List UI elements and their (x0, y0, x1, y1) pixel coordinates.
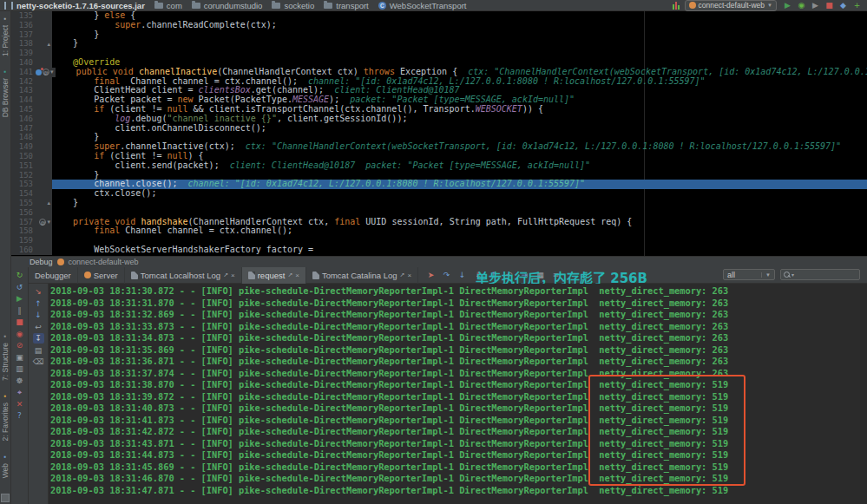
editor-gutter[interactable]: 160 (11, 245, 52, 255)
code-line[interactable]: 157@▾ private void handshake(ChannelHand… (11, 218, 867, 227)
show-execution-point-icon[interactable]: ➤ (425, 270, 437, 280)
breadcrumb-item[interactable]: socketio (272, 1, 314, 10)
code-line[interactable]: 160 WebSocketServerHandshakerFactory fac… (11, 245, 867, 255)
fold-end-icon[interactable]: ▴ (47, 200, 50, 206)
editor-gutter[interactable]: 158 (11, 226, 52, 236)
breadcrumb-item[interactable]: netty-socketio-1.7.16-sources.jar (4, 1, 145, 10)
detach-tab-icon[interactable]: ↗ (223, 272, 228, 278)
code-line[interactable]: 143 ClientHead client = clientsBox.get(c… (11, 86, 867, 95)
editor-gutter[interactable]: 146 (11, 115, 52, 124)
editor-gutter[interactable]: 154 (11, 189, 52, 199)
editor-gutter[interactable]: 136 (11, 21, 52, 30)
stop-button[interactable]: ■ (824, 0, 835, 10)
close-tab-icon[interactable]: × (231, 272, 235, 279)
pin-icon[interactable]: ⌖ (14, 387, 25, 397)
editor-gutter[interactable]: 159 (11, 236, 52, 245)
editor-gutter[interactable]: 148 (11, 133, 52, 142)
breadcrumb-item[interactable]: transport (324, 1, 369, 10)
editor-gutter[interactable]: 138▴ (11, 39, 52, 49)
code-line[interactable]: 148 } (11, 133, 867, 142)
code-line[interactable]: 141@▾ public void channelInactive(Channe… (11, 68, 867, 77)
code-line[interactable]: 155▴ } (11, 199, 867, 208)
editor-gutter[interactable]: 153 (11, 180, 52, 189)
code-line[interactable]: 144 Packet packet = new Packet(PacketTyp… (11, 95, 867, 105)
breadcrumb-item[interactable]: com (154, 1, 182, 10)
code-line[interactable]: 137 } (11, 30, 867, 40)
tab-debugger[interactable]: Debugger (29, 267, 78, 284)
editor-gutter[interactable]: 157@▾ (11, 218, 52, 227)
show-execution-point-icon[interactable]: ↘ (33, 286, 44, 297)
print-icon[interactable]: ▤ (33, 345, 44, 356)
breakpoint-icon[interactable] (36, 69, 42, 75)
editor-gutter[interactable]: 152 (11, 171, 52, 180)
sidebar-item-favorites[interactable]: ▪2: Favorites (1, 393, 10, 441)
toolwindow-switcher-icon[interactable] (1, 494, 10, 502)
soft-wrap-icon[interactable]: ↩ (33, 322, 44, 332)
settings-icon[interactable]: ☸ (14, 376, 25, 386)
override-icon[interactable]: @ (39, 219, 46, 226)
up-stack-trace-icon[interactable]: ↑ (33, 298, 44, 309)
tab-tomcat-localhost-log[interactable]: Tomcat Localhost Log↗× (125, 267, 242, 284)
code-line[interactable]: 140 @Override (11, 58, 867, 68)
restore-layout-icon[interactable]: ▥ (14, 363, 25, 374)
plant-tool-icon[interactable]: + (851, 0, 863, 10)
detach-tab-icon[interactable]: ↗ (400, 272, 405, 278)
stop-icon[interactable]: ■ (14, 317, 25, 327)
step-over-icon[interactable]: ↷ (441, 270, 452, 280)
console-search-input[interactable]: ▾ (780, 269, 860, 280)
code-line[interactable]: 147 client.onChannelDisconnect(); (11, 124, 867, 134)
editor-gutter[interactable]: 147 (11, 124, 52, 134)
editor-gutter[interactable]: 151 (11, 161, 52, 171)
code-line[interactable]: 156 (11, 208, 867, 218)
editor-gutter[interactable]: 155▴ (11, 199, 52, 208)
sidebar-item-web[interactable]: ▪Web (1, 454, 10, 478)
code-line[interactable]: 158 final Channel channel = ctx.channel(… (11, 226, 867, 236)
fold-start-icon[interactable]: ▾ (47, 219, 50, 226)
help-icon[interactable]: ? (14, 410, 25, 421)
console-output[interactable]: 2018-09-03 18:31:30.872 - - [INFO] pike-… (49, 284, 867, 504)
clear-all-icon[interactable]: ⌫ (33, 357, 44, 367)
rerun-icon[interactable]: ↺ (14, 282, 25, 292)
tab-tomcat-catalina-log[interactable]: Tomcat Catalina Log↗× (306, 267, 418, 284)
editor-gutter[interactable]: 140 (11, 58, 52, 68)
editor-gutter[interactable]: 139 (11, 49, 52, 58)
run-configuration-select[interactable]: connect-default-web ▼ (685, 0, 778, 11)
editor-gutter[interactable]: 149 (11, 142, 52, 152)
code-line[interactable]: 151 client.send(packet); client: ClientH… (11, 161, 867, 171)
down-stack-trace-icon[interactable]: ↓ (33, 310, 44, 320)
attach-debugger-icon[interactable]: ◆ (837, 0, 849, 10)
editor-gutter[interactable]: 144 (11, 95, 52, 105)
view-breakpoints-icon[interactable]: ◉ (14, 329, 25, 339)
code-editor[interactable]: 135 } else {136 super.channelReadComplet… (11, 11, 867, 256)
breadcrumb-item[interactable]: corundumstudio (192, 1, 263, 10)
close-icon[interactable]: ✕ (14, 399, 25, 409)
editor-gutter[interactable]: 143 (11, 86, 52, 95)
execution-line[interactable]: 153 channel.close(); channel: "[id: 0x1a… (11, 180, 867, 189)
code-line[interactable]: 150 if (client != null) { (11, 152, 867, 161)
code-line[interactable]: 152 } (11, 171, 867, 180)
fold-start-icon[interactable]: ▾ (50, 69, 54, 75)
editor-gutter[interactable]: 156 (11, 208, 52, 218)
code-line[interactable]: 146 log.debug("channel inactive {}", cli… (11, 115, 867, 124)
sidebar-item-structure[interactable]: ▪7: Structure (1, 333, 10, 381)
editor-gutter[interactable]: 137 (11, 30, 52, 40)
sidebar-item-db-browser[interactable]: ▪DB Browser (1, 69, 10, 117)
log-level-filter-select[interactable]: all ▼ (723, 269, 775, 280)
sidebar-item-project[interactable]: ▪1: Project (1, 16, 10, 56)
code-line[interactable]: 136 super.channelReadComplete(ctx); (11, 21, 867, 30)
code-line[interactable]: 142 final Channel channel = ctx.channel(… (11, 77, 867, 87)
close-tab-icon[interactable]: × (407, 272, 411, 279)
code-line[interactable]: 139 (11, 49, 867, 58)
code-line[interactable]: 154 ctx.close(); (11, 189, 867, 199)
editor-gutter[interactable]: 135 (11, 11, 52, 21)
tab-server[interactable]: Server (78, 267, 125, 284)
run-with-coverage-button[interactable]: ▶ (810, 0, 821, 10)
scroll-to-end-icon[interactable]: ↧ (33, 333, 44, 344)
pause-icon[interactable]: ∥ (14, 305, 25, 316)
code-line[interactable]: 135 } else { (11, 11, 867, 21)
detach-tab-icon[interactable]: ↗ (287, 272, 292, 278)
fold-end-icon[interactable]: ▴ (47, 41, 50, 48)
code-line[interactable]: 138▴ } (11, 39, 867, 49)
breadcrumb-item[interactable]: CWebSocketTransport (378, 1, 467, 10)
editor-gutter[interactable]: 145 (11, 105, 52, 115)
